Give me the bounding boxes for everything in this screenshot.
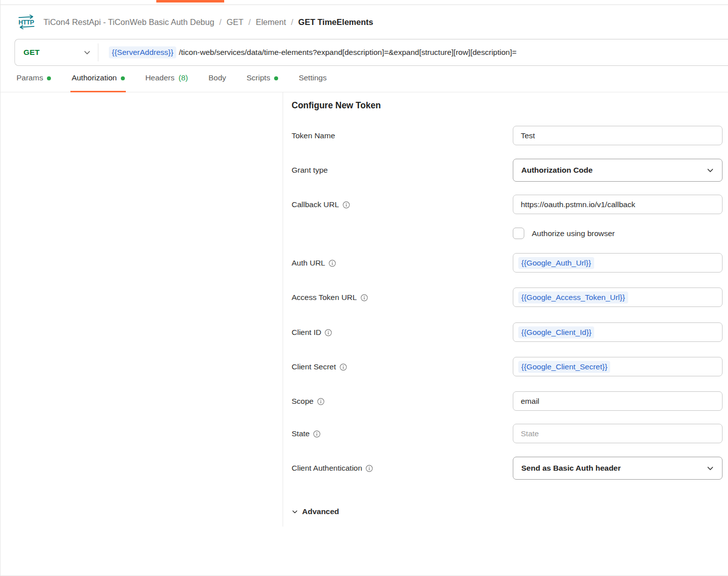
info-icon[interactable] <box>325 329 332 336</box>
configure-token-pane: Configure New Token Token Name Grant typ… <box>283 92 728 527</box>
breadcrumb: TiCon4 RestApi - TiConWeb Basic Auth Deb… <box>43 17 373 27</box>
authorization-content: Configure New Token Token Name Grant typ… <box>0 92 728 527</box>
state-input[interactable] <box>513 424 723 443</box>
callback-url-input[interactable] <box>513 195 723 214</box>
client-id-row: Client ID {{Google_Client_Id}} <box>292 322 722 342</box>
callback-url-label: Callback URL <box>292 200 513 209</box>
info-icon[interactable] <box>313 430 321 438</box>
access-token-url-label: Access Token URL <box>292 293 513 302</box>
breadcrumb-separator: / <box>249 17 251 27</box>
chevron-down-icon <box>707 167 714 174</box>
auth-url-input[interactable]: {{Google_Auth_Url}} <box>513 253 723 273</box>
scope-label: Scope <box>292 397 513 406</box>
tab-authorization[interactable]: Authorization <box>70 73 125 92</box>
request-tab-strip <box>0 0 728 5</box>
tab-headers[interactable]: Headers (8) <box>144 73 189 92</box>
authorization-status-dot <box>121 76 125 80</box>
request-url-row: GET {{ServerAddress}} /ticon-web/service… <box>0 39 728 66</box>
authorize-browser-checkbox[interactable] <box>513 228 524 239</box>
server-address-variable-chip[interactable]: {{ServerAddress}} <box>109 46 176 58</box>
advanced-label: Advanced <box>302 507 339 516</box>
scope-input[interactable] <box>513 391 723 411</box>
tab-body-label: Body <box>208 73 226 82</box>
scripts-status-dot <box>274 76 278 80</box>
client-secret-row: Client Secret {{Google_Client_Secret}} <box>292 357 722 376</box>
breadcrumb-folder-element[interactable]: Element <box>256 17 286 27</box>
chevron-down-icon <box>83 49 91 56</box>
grant-type-label: Grant type <box>292 166 513 175</box>
configure-token-title: Configure New Token <box>292 100 722 111</box>
breadcrumb-current-request: GET TimeElements <box>298 17 373 27</box>
tab-headers-label: Headers <box>145 73 175 82</box>
authorize-browser-label: Authorize using browser <box>532 229 615 238</box>
state-label: State <box>292 429 513 438</box>
auth-url-row: Auth URL {{Google_Auth_Url}} <box>292 253 722 273</box>
method-selector[interactable]: GET <box>15 39 98 65</box>
svg-text:HTTP: HTTP <box>18 19 34 26</box>
auth-url-variable-chip[interactable]: {{Google_Auth_Url}} <box>518 257 594 269</box>
app-window: HTTP TiCon4 RestApi - TiConWeb Basic Aut… <box>0 0 728 576</box>
tab-params-label: Params <box>16 73 43 82</box>
state-row: State <box>292 424 722 443</box>
client-id-label: Client ID <box>292 328 513 337</box>
breadcrumb-folder-get[interactable]: GET <box>227 17 244 27</box>
chevron-down-icon <box>707 465 714 472</box>
token-name-input[interactable] <box>513 126 723 145</box>
token-name-row: Token Name <box>292 126 722 145</box>
client-id-input[interactable]: {{Google_Client_Id}} <box>513 322 723 342</box>
client-id-variable-chip[interactable]: {{Google_Client_Id}} <box>518 326 594 338</box>
tab-scripts[interactable]: Scripts <box>246 73 279 92</box>
info-icon[interactable] <box>361 294 368 301</box>
breadcrumb-separator: / <box>219 17 222 27</box>
info-icon[interactable] <box>343 201 350 209</box>
tab-authorization-label: Authorization <box>71 73 116 82</box>
client-secret-input[interactable]: {{Google_Client_Secret}} <box>513 357 723 376</box>
url-path-text: /ticon-web/services/data/time-elements?e… <box>179 48 516 57</box>
client-authentication-value: Send as Basic Auth header <box>521 464 621 473</box>
info-icon[interactable] <box>365 465 373 472</box>
request-tabs: Params Authorization Headers (8) Body Sc… <box>0 66 728 92</box>
client-authentication-row: Client Authentication Send as Basic Auth… <box>292 457 722 480</box>
breadcrumb-row: HTTP TiCon4 RestApi - TiConWeb Basic Aut… <box>0 5 728 39</box>
tab-body[interactable]: Body <box>207 73 227 92</box>
callback-url-row: Callback URL <box>292 195 722 214</box>
breadcrumb-separator: / <box>291 17 294 27</box>
access-token-url-variable-chip[interactable]: {{Google_Access_Token_Url}} <box>518 291 628 303</box>
method-label: GET <box>23 48 39 57</box>
client-secret-variable-chip[interactable]: {{Google_Client_Secret}} <box>518 361 610 373</box>
chevron-down-icon <box>292 509 298 515</box>
active-request-tab-indicator <box>156 0 224 2</box>
token-name-label: Token Name <box>292 131 513 140</box>
auth-left-pane <box>0 92 283 527</box>
breadcrumb-collection[interactable]: TiCon4 RestApi - TiConWeb Basic Auth Deb… <box>43 17 214 27</box>
authorize-browser-row: Authorize using browser <box>292 228 722 239</box>
auth-url-label: Auth URL <box>292 259 513 268</box>
advanced-section-toggle[interactable]: Advanced <box>292 507 722 516</box>
request-url-box: GET {{ServerAddress}} /ticon-web/service… <box>14 39 728 66</box>
client-secret-label: Client Secret <box>292 362 513 371</box>
info-icon[interactable] <box>340 363 347 371</box>
grant-type-row: Grant type Authorization Code <box>292 159 722 182</box>
info-icon[interactable] <box>329 260 336 267</box>
tab-scripts-label: Scripts <box>247 73 270 82</box>
url-input[interactable]: {{ServerAddress}} /ticon-web/services/da… <box>98 39 728 65</box>
http-request-icon: HTTP <box>17 14 35 29</box>
scope-row: Scope <box>292 391 722 411</box>
client-authentication-select[interactable]: Send as Basic Auth header <box>513 457 723 480</box>
grant-type-select[interactable]: Authorization Code <box>513 159 723 182</box>
client-authentication-label: Client Authentication <box>292 464 513 473</box>
access-token-url-input[interactable]: {{Google_Access_Token_Url}} <box>513 288 723 307</box>
tab-params[interactable]: Params <box>15 73 52 92</box>
access-token-url-row: Access Token URL {{Google_Access_Token_U… <box>292 288 722 307</box>
params-status-dot <box>47 76 51 80</box>
grant-type-value: Authorization Code <box>521 166 593 175</box>
tab-settings[interactable]: Settings <box>298 73 328 92</box>
info-icon[interactable] <box>317 398 325 405</box>
tab-settings-label: Settings <box>299 73 327 82</box>
headers-count-badge: (8) <box>178 73 188 82</box>
